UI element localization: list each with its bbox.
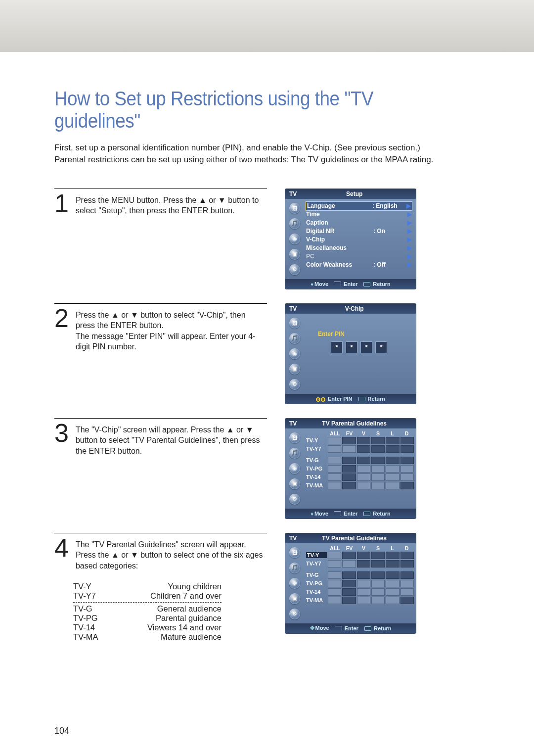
pip-icon: ▣ <box>289 593 300 604</box>
picture-icon: 🖼 <box>289 547 300 558</box>
menu-item-miscellaneous[interactable]: Miscellaneous▶ <box>306 244 412 252</box>
guidelines-header: ALLFVVSLD <box>328 430 414 436</box>
page-number: 104 <box>54 726 69 736</box>
setup-icon: ⚙ <box>289 264 300 275</box>
table-row: TV-Y7Children 7 and over <box>73 591 222 601</box>
menu-item-digital-nr[interactable]: Digital NR: On▶ <box>306 227 412 236</box>
table-row: TV-14Viewers 14 and over <box>73 623 222 632</box>
move-icon: ✥ <box>310 625 314 631</box>
osd-tv-label: TV <box>289 305 297 312</box>
menu-item-vchip[interactable]: V-Chip▶ <box>306 236 412 244</box>
table-row: TV-PGParental guidance <box>73 614 222 623</box>
guidelines-row-tvma[interactable]: TV-MA <box>306 481 414 490</box>
sound-icon: 🎵 <box>289 563 300 573</box>
picture-icon: 🖼 <box>289 203 300 214</box>
osd-vchip-title: V-Chip <box>297 305 412 312</box>
guidelines-row-tvy[interactable]: TV-Y <box>306 436 414 445</box>
pin-digit[interactable]: * <box>346 341 357 353</box>
osd-guidelines-title: TV Parental Guidelines <box>297 420 412 427</box>
intro-line-1: First, set up a personal identification … <box>54 142 485 154</box>
guidelines-row-tvy[interactable]: TV-Y <box>306 551 414 560</box>
return-icon <box>363 282 370 286</box>
return-icon <box>363 512 370 516</box>
step-3-text: The "V-Chip" screen will appear. Press t… <box>76 422 267 457</box>
divider <box>73 602 222 603</box>
picture-icon: 🖼 <box>289 318 300 329</box>
pin-input[interactable]: * * * * <box>306 341 412 353</box>
guidelines-row-tvpg[interactable]: TV-PG <box>306 465 414 473</box>
menu-item-caption[interactable]: Caption▶ <box>306 219 412 227</box>
menu-item-time[interactable]: Time▶ <box>306 210 412 219</box>
step-3: 3 The "V-Chip" screen will appear. Press… <box>54 418 485 519</box>
step-2-number: 2 <box>54 307 69 352</box>
step-4: 4 The "TV Parental Guidelines" screen wi… <box>54 533 485 642</box>
pip-icon: ▣ <box>289 478 300 489</box>
sound-icon: 🎵 <box>289 333 300 344</box>
guidelines-row-tvpg[interactable]: TV-PG <box>306 579 414 588</box>
osd-footer: ✥Move Enter Return <box>285 623 416 633</box>
guidelines-row-tvma[interactable]: TV-MA <box>306 596 414 605</box>
osd-tv-label: TV <box>289 535 297 542</box>
pin-digit[interactable]: * <box>375 341 387 353</box>
return-icon <box>364 626 371 631</box>
setup-icon: ⚙ <box>289 494 300 505</box>
osd-tv-label: TV <box>289 190 297 197</box>
menu-item-pc[interactable]: PC▶ <box>306 252 412 261</box>
enter-icon <box>334 511 341 516</box>
page-content: How to Set up Restrictions using the "TV… <box>0 88 534 642</box>
menu-item-color-weakness[interactable]: Color Weakness: Off▶ <box>306 261 412 269</box>
picture-icon: 🖼 <box>289 432 300 443</box>
osd-setup-screen: TV Setup 🖼 🎵 ◉ ▣ ⚙ Language: English▶ <box>285 189 416 289</box>
pin-digit[interactable]: * <box>331 341 343 353</box>
step-2: 2 Press the ▲ or ▼ button to select "V-C… <box>54 303 485 404</box>
page-header-bar <box>0 0 534 52</box>
ratings-table: TV-YYoung children TV-Y7Children 7 and o… <box>73 582 267 642</box>
enter-pin-label: Enter PIN <box>318 331 412 337</box>
osd-parental-guidelines-screen-selected: TV TV Parental Guidelines 🖼 🎵 ◉ ▣ ⚙ <box>285 533 416 634</box>
step-1-text: Press the MENU button. Press the ▲ or ▼ … <box>76 192 267 216</box>
osd-sidebar-icons: 🖼 🎵 ◉ ▣ ⚙ <box>285 314 304 394</box>
number-icon: 09 <box>316 397 325 402</box>
updown-icon: ♦ <box>311 511 313 517</box>
osd-footer: ♦Move Enter Return <box>285 279 416 289</box>
osd-vchip-pin-screen: TV V-Chip 🖼 🎵 ◉ ▣ ⚙ Enter PIN <box>285 303 416 404</box>
osd-footer: ♦Move Enter Return <box>285 509 416 519</box>
channel-icon: ◉ <box>289 348 300 359</box>
guidelines-row-tvg[interactable]: TV-G <box>306 571 414 579</box>
updown-icon: ♦ <box>311 281 313 287</box>
step-2-text: Press the ▲ or ▼ button to select "V-Chi… <box>76 307 267 352</box>
osd-parental-guidelines-screen: TV TV Parental Guidelines 🖼 🎵 ◉ ▣ ⚙ <box>285 418 416 519</box>
pip-icon: ▣ <box>289 364 300 375</box>
channel-icon: ◉ <box>289 463 300 474</box>
guidelines-row-tvy7[interactable]: TV-Y7 <box>306 560 414 568</box>
osd-sidebar-icons: 🖼 🎵 ◉ ▣ ⚙ <box>285 428 304 509</box>
pip-icon: ▣ <box>289 249 300 260</box>
pin-digit[interactable]: * <box>360 341 372 353</box>
guidelines-header: ALLFVVSLD <box>328 545 414 551</box>
page-title: How to Set up Restrictions using the "TV… <box>54 88 450 132</box>
setup-icon: ⚙ <box>289 379 300 390</box>
table-row: TV-GGeneral audience <box>73 604 222 614</box>
table-row: TV-YYoung children <box>73 582 222 591</box>
setup-icon: ⚙ <box>289 609 300 619</box>
guidelines-row-tv14[interactable]: TV-14 <box>306 473 414 481</box>
guidelines-row-tvg[interactable]: TV-G <box>306 456 414 465</box>
osd-tv-label: TV <box>289 420 297 427</box>
sound-icon: 🎵 <box>289 448 300 459</box>
osd-sidebar-icons: 🖼 🎵 ◉ ▣ ⚙ <box>285 543 304 623</box>
return-icon <box>358 397 365 401</box>
osd-guidelines-title: TV Parental Guidelines <box>297 535 412 542</box>
guidelines-row-tvy7[interactable]: TV-Y7 <box>306 445 414 453</box>
enter-icon <box>335 626 342 631</box>
channel-icon: ◉ <box>289 578 300 589</box>
step-4-text: The "TV Parental Guidelines" screen will… <box>76 536 267 571</box>
enter-icon <box>334 282 341 286</box>
sound-icon: 🎵 <box>289 218 300 229</box>
step-1-number: 1 <box>54 192 69 216</box>
menu-item-language[interactable]: Language: English▶ <box>306 202 412 210</box>
osd-sidebar-icons: 🖼 🎵 ◉ ▣ ⚙ <box>285 199 304 279</box>
intro-line-2: Parental restrictions can be set up usin… <box>54 154 485 166</box>
step-3-number: 3 <box>54 422 69 457</box>
guidelines-row-tv14[interactable]: TV-14 <box>306 588 414 596</box>
step-1: 1 Press the MENU button. Press the ▲ or … <box>54 189 485 289</box>
